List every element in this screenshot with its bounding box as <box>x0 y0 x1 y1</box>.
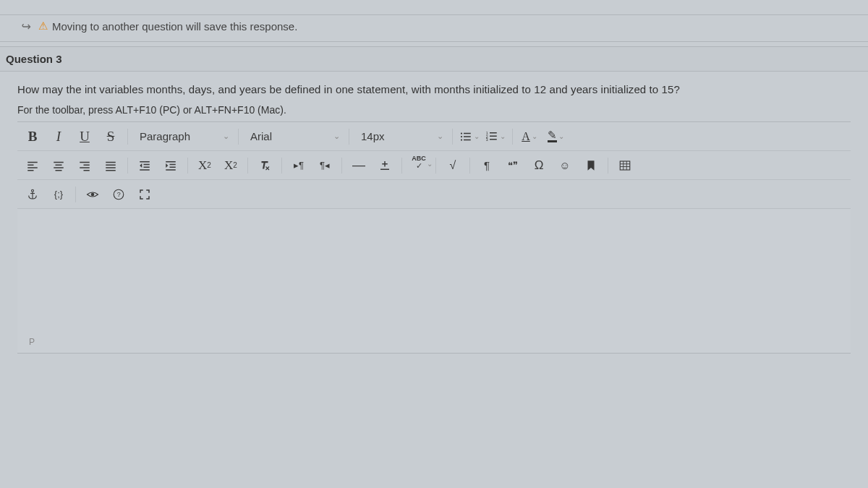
chevron-down-icon: ⌄ <box>558 132 564 140</box>
clear-formatting-icon <box>258 159 271 172</box>
svg-rect-36 <box>380 168 389 170</box>
math-button[interactable]: √ <box>441 155 465 176</box>
svg-rect-1 <box>464 132 471 134</box>
svg-rect-35 <box>166 169 176 171</box>
highlight-icon: ✎ <box>548 130 557 142</box>
number-list-button[interactable]: 123 ⌄ <box>483 126 508 147</box>
svg-rect-27 <box>106 170 116 171</box>
question-title: Question 3 <box>6 53 62 65</box>
fullscreen-icon <box>138 188 151 201</box>
svg-rect-33 <box>170 163 176 165</box>
special-char-button[interactable]: Ω <box>527 155 551 176</box>
size-select-label: 14px <box>361 130 385 142</box>
separator <box>512 129 513 145</box>
reply-arrow-icon: ↩ <box>22 20 31 33</box>
underline-button[interactable]: U <box>72 126 97 147</box>
svg-rect-28 <box>140 161 150 163</box>
bookmark-button[interactable] <box>579 155 603 176</box>
code-button[interactable]: {;} <box>46 184 71 205</box>
svg-rect-18 <box>54 167 64 168</box>
align-right-icon <box>78 159 91 172</box>
fullscreen-button[interactable] <box>132 184 157 205</box>
align-right-button[interactable] <box>72 155 97 176</box>
subscript-button[interactable]: X2 <box>218 155 243 176</box>
separator <box>349 129 349 145</box>
align-center-icon <box>52 159 65 172</box>
paragraph-select[interactable]: Paragraph ⌄ <box>132 126 234 147</box>
svg-rect-9 <box>490 135 497 137</box>
separator <box>341 158 342 174</box>
table-icon <box>618 159 631 172</box>
anchor-button[interactable] <box>20 184 45 205</box>
editor-textarea[interactable]: P <box>17 209 851 354</box>
svg-point-2 <box>461 135 462 137</box>
blockquote-button[interactable]: ❝❞ <box>501 155 525 176</box>
svg-rect-23 <box>84 170 90 171</box>
indent-button[interactable] <box>158 155 183 176</box>
separator <box>75 187 76 202</box>
svg-rect-32 <box>166 161 176 163</box>
svg-text:3: 3 <box>486 137 488 142</box>
svg-rect-26 <box>106 167 116 168</box>
rtl-button[interactable]: ¶◂ <box>312 155 337 176</box>
svg-rect-5 <box>464 139 471 140</box>
chevron-down-icon: ⌄ <box>532 132 537 140</box>
svg-rect-15 <box>27 170 33 171</box>
clear-formatting-button[interactable] <box>252 155 277 176</box>
separator <box>187 158 188 174</box>
separator <box>238 129 239 145</box>
svg-rect-30 <box>144 166 150 168</box>
italic-button[interactable]: I <box>46 126 71 147</box>
svg-rect-34 <box>170 166 176 168</box>
show-para-button[interactable]: ¶ <box>475 155 499 176</box>
svg-rect-22 <box>80 167 90 168</box>
separator <box>608 158 608 174</box>
separator <box>127 158 128 174</box>
preview-button[interactable] <box>80 184 105 205</box>
svg-rect-31 <box>140 169 150 171</box>
align-left-button[interactable] <box>20 155 45 176</box>
align-left-icon <box>26 159 39 172</box>
font-select[interactable]: Arial ⌄ <box>243 126 344 147</box>
superscript-button[interactable]: X2 <box>192 155 217 176</box>
spellcheck-button[interactable]: ABC ✓ ⌄ <box>407 155 431 176</box>
svg-rect-17 <box>56 164 62 166</box>
help-button[interactable]: ? <box>106 184 131 205</box>
anchor-icon <box>26 188 39 201</box>
separator <box>281 158 282 174</box>
editor-toolbar: B I U S Paragraph ⌄ Arial ⌄ 14px ⌄ <box>17 121 851 209</box>
warning-icon: ⚠ <box>38 20 48 33</box>
size-select[interactable]: 14px ⌄ <box>354 126 448 147</box>
svg-rect-11 <box>490 139 497 140</box>
chevron-down-icon: ⌄ <box>474 132 480 140</box>
svg-point-0 <box>461 132 462 134</box>
highlight-button[interactable]: ✎ ⌄ <box>543 126 568 147</box>
bullet-list-button[interactable]: ⌄ <box>457 126 482 147</box>
align-center-button[interactable] <box>46 155 71 176</box>
insert-button[interactable] <box>373 155 397 176</box>
insert-plus-icon <box>378 159 391 172</box>
svg-rect-13 <box>27 164 33 166</box>
svg-point-4 <box>461 139 462 140</box>
outdent-button[interactable] <box>132 155 157 176</box>
bold-button[interactable]: B <box>20 126 45 147</box>
svg-rect-19 <box>56 170 62 171</box>
strikethrough-button[interactable]: S <box>98 126 123 147</box>
separator <box>247 158 248 174</box>
separator <box>435 158 436 174</box>
align-justify-button[interactable] <box>98 155 123 176</box>
chevron-down-icon: ⌄ <box>500 132 506 140</box>
hr-button[interactable]: — <box>346 155 371 176</box>
bullet-list-icon <box>459 130 472 143</box>
emoji-button[interactable]: ☺ <box>553 155 577 176</box>
chevron-down-icon: ⌄ <box>437 132 443 141</box>
font-color-button[interactable]: A ⌄ <box>517 126 542 147</box>
separator <box>401 158 402 174</box>
ltr-button[interactable]: ▸¶ <box>286 155 311 176</box>
eye-icon <box>86 188 99 201</box>
warning-text: Moving to another question will save thi… <box>52 20 297 33</box>
table-button[interactable] <box>613 155 637 176</box>
svg-rect-38 <box>382 163 388 165</box>
chevron-down-icon: ⌄ <box>223 132 229 141</box>
indent-icon <box>164 159 177 172</box>
